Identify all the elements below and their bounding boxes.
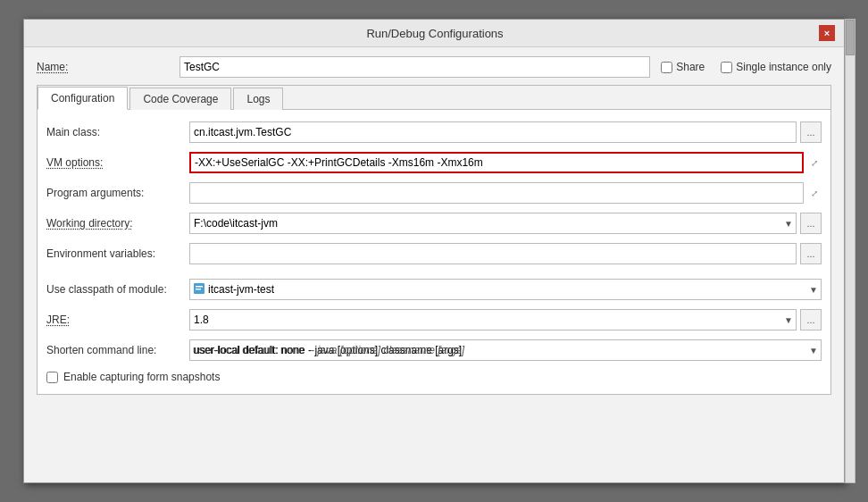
jre-browse-button[interactable]: ...	[800, 309, 822, 330]
tab-code-coverage[interactable]: Code Coverage	[129, 88, 231, 110]
enable-snapshots-label: Enable capturing form snapshots	[63, 371, 220, 383]
close-button[interactable]: ×	[819, 25, 835, 41]
main-class-browse-button[interactable]: ...	[800, 121, 822, 143]
run-debug-dialog: Run/Debug Configurations × Name: Share S…	[23, 19, 845, 483]
program-args-label: Program arguments:	[46, 187, 189, 199]
tab-logs[interactable]: Logs	[233, 88, 283, 110]
jre-select[interactable]: 1.8	[189, 309, 797, 330]
vm-options-label: VM options:	[46, 156, 189, 169]
jre-wrapper: 1.8 ▼	[189, 309, 797, 330]
program-args-row: Program arguments: ⤢	[46, 181, 822, 205]
single-instance-checkbox-label: Single instance only	[721, 61, 831, 73]
share-checkbox-label: Share	[661, 61, 705, 73]
shorten-wrapper: user-local default: none - java [options…	[189, 339, 822, 361]
classpath-label: Use classpath of module:	[46, 283, 189, 296]
right-scrollbar[interactable]	[845, 19, 855, 483]
env-vars-browse-button[interactable]: ...	[800, 243, 822, 264]
tab-content-configuration: Main class: ... VM options: ⤢ Program ar…	[38, 110, 830, 394]
title-bar: Run/Debug Configurations ×	[24, 20, 844, 47]
main-class-row: Main class: ...	[46, 121, 822, 144]
working-dir-browse-button[interactable]: ...	[800, 213, 822, 234]
classpath-wrapper: itcast-jvm-test ▼	[189, 279, 822, 300]
share-label: Share	[676, 61, 705, 73]
main-class-label: Main class:	[46, 126, 189, 138]
classpath-row: Use classpath of module: itcast-jvm-test…	[46, 278, 822, 301]
single-instance-checkbox[interactable]	[721, 62, 732, 73]
working-dir-select[interactable]: F:\code\itcast-jvm	[189, 213, 797, 234]
env-vars-row: Environment variables: ...	[46, 242, 822, 265]
env-vars-label: Environment variables:	[46, 247, 189, 260]
vm-options-input[interactable]	[189, 152, 804, 173]
tabs-header: Configuration Code Coverage Logs	[38, 86, 830, 110]
enable-snapshots-row: Enable capturing form snapshots	[46, 371, 822, 383]
tab-configuration[interactable]: Configuration	[38, 87, 128, 110]
working-dir-row: Working directory: F:\code\itcast-jvm ▼ …	[46, 212, 822, 235]
name-label: Name:	[37, 61, 179, 73]
tabs-area: Configuration Code Coverage Logs Main cl…	[37, 85, 831, 395]
shorten-label: Shorten command line:	[46, 344, 189, 356]
dialog-content: Name: Share Single instance only Confi	[24, 47, 844, 482]
scrollbar-thumb[interactable]	[846, 20, 855, 55]
name-input[interactable]	[179, 56, 650, 78]
shorten-select[interactable]: user-local default: none - java [options…	[189, 339, 822, 361]
env-vars-input[interactable]	[189, 243, 797, 264]
program-args-expand-button[interactable]: ⤢	[807, 186, 822, 200]
vm-options-row: VM options: ⤢	[46, 151, 822, 174]
program-args-input[interactable]	[189, 182, 804, 204]
single-instance-label: Single instance only	[736, 61, 831, 73]
working-dir-label: Working directory:	[46, 217, 189, 230]
main-class-input[interactable]	[189, 121, 797, 143]
vm-options-expand-button[interactable]: ⤢	[807, 155, 822, 170]
working-dir-wrapper: F:\code\itcast-jvm ▼	[189, 213, 797, 234]
shorten-row: Shorten command line: user-local default…	[46, 339, 822, 362]
dialog-title: Run/Debug Configurations	[51, 27, 819, 40]
share-checkbox[interactable]	[661, 62, 672, 73]
jre-label: JRE:	[46, 314, 189, 326]
enable-snapshots-checkbox[interactable]	[46, 372, 58, 383]
jre-row: JRE: 1.8 ▼ ...	[46, 308, 822, 331]
name-row: Name: Share Single instance only	[37, 56, 831, 78]
classpath-select[interactable]: itcast-jvm-test	[189, 279, 822, 300]
share-section: Share Single instance only	[661, 61, 831, 73]
